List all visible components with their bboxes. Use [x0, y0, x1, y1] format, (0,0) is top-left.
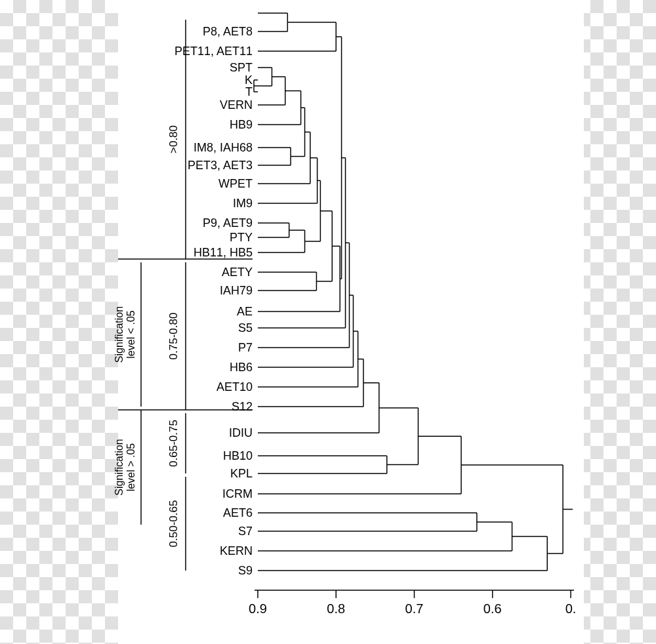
- leaf-label: T: [245, 85, 253, 98]
- leaf-label: HB10: [223, 449, 253, 462]
- leaf-label: S5: [238, 321, 253, 334]
- leaf-label: P9, AET9: [203, 216, 253, 230]
- dendrogram-chart: P8, AET8PET11, AET11SPTKTVERNHB9IM8, IAH…: [0, 0, 656, 644]
- axis-tick: 0.9: [249, 601, 267, 616]
- svg-text:level > .05: level > .05: [125, 443, 136, 491]
- axis-tick: 0.7: [405, 601, 424, 616]
- leaf-label: IM9: [233, 197, 253, 210]
- leaf-label: P7: [238, 341, 253, 354]
- leaf-label: AET6: [223, 506, 253, 519]
- leaf-labels: P8, AET8PET11, AET11SPTKTVERNHB9IM8, IAH…: [174, 25, 253, 577]
- axis-tick: 0.8: [327, 601, 345, 616]
- leaf-label: VERN: [220, 98, 253, 111]
- leaf-label: HB11, HB5: [194, 246, 253, 259]
- leaf-label: HB9: [230, 118, 253, 131]
- x-axis: 0.90.80.70.60.: [249, 590, 576, 616]
- leaf-label: KPL: [230, 467, 253, 480]
- leaf-label: PTY: [230, 231, 253, 244]
- axis-tick: 0.6: [483, 601, 502, 616]
- leaf-label: WPET: [218, 177, 253, 190]
- leaf-label: IAH79: [220, 284, 253, 297]
- leaf-label: KERN: [220, 544, 253, 557]
- leaf-label: ICRM: [222, 487, 253, 500]
- svg-text:level < .05: level < .05: [125, 310, 136, 358]
- leaf-label: IDIU: [229, 426, 253, 439]
- leaf-label: SPT: [230, 61, 253, 74]
- svg-text:0.65-0.75: 0.65-0.75: [167, 420, 180, 467]
- svg-text:0.75-0.80: 0.75-0.80: [167, 313, 180, 360]
- svg-text:>0.80: >0.80: [167, 125, 180, 153]
- leaf-label: S9: [238, 564, 253, 577]
- leaf-label: PET3, AET3: [188, 159, 253, 172]
- svg-text:Signification: Signification: [113, 306, 125, 363]
- leaf-label: S7: [238, 525, 253, 538]
- leaf-label: AET10: [216, 380, 253, 393]
- leaf-label: K: [245, 73, 253, 87]
- axis-tick: 0.: [565, 601, 577, 616]
- svg-text:0.50-0.65: 0.50-0.65: [167, 500, 180, 548]
- leaf-label: S12: [232, 400, 253, 413]
- dendrogram-lines: [254, 13, 573, 571]
- leaf-label: PET11, AET11: [174, 45, 253, 58]
- leaf-label: AETY: [222, 266, 253, 279]
- leaf-label: HB6: [230, 361, 253, 374]
- leaf-label: AE: [237, 305, 253, 318]
- svg-text:Signification: Signification: [113, 439, 125, 495]
- leaf-label: P8, AET8: [203, 25, 253, 38]
- leaf-label: IM8, IAH68: [194, 141, 253, 154]
